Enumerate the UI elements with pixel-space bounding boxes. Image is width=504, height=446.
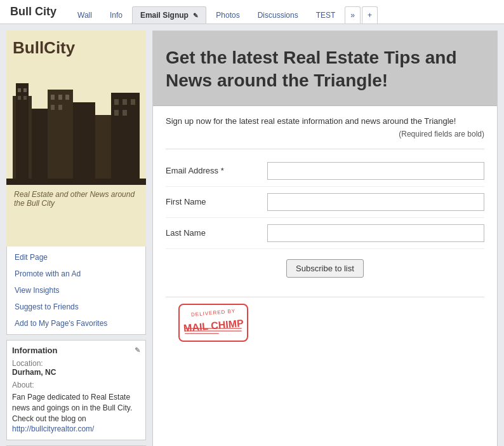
form-description: Sign up now for the latest real estate i…: [166, 116, 484, 126]
mailchimp-lines: [185, 327, 242, 335]
required-note: (Required fields are bold): [166, 130, 484, 139]
view-insights-link[interactable]: View Insights: [7, 282, 145, 299]
firstname-label: First Name: [166, 197, 267, 206]
city-illustration: [6, 58, 146, 185]
signup-title: Get the latest Real Estate Tips and News…: [166, 46, 484, 93]
location-label: Location:: [12, 359, 140, 368]
content-area: BullCity: [0, 24, 504, 446]
svg-rect-20: [114, 110, 119, 116]
edit-tab-icon: ✎: [193, 12, 198, 19]
about-label: About:: [12, 381, 140, 389]
about-text: Fan Page dedicated to Real Estate news a…: [12, 392, 140, 435]
svg-rect-10: [58, 95, 62, 100]
sidebar: BullCity: [6, 30, 146, 446]
tab-more[interactable]: »: [345, 6, 361, 24]
page-wrapper: Bull City Wall Info Email Signup ✎ Photo…: [0, 0, 504, 446]
svg-rect-17: [114, 99, 119, 105]
svg-rect-6: [23, 96, 27, 100]
page-header: Bull City Wall Info Email Signup ✎ Photo…: [0, 0, 504, 24]
mailchimp-line-1: [185, 328, 242, 329]
form-area: Sign up now for the latest real estate i…: [153, 106, 497, 365]
profile-image-content: BullCity: [6, 30, 146, 247]
location-value: Durham, NC: [12, 368, 140, 377]
firstname-input[interactable]: [267, 193, 484, 211]
svg-rect-16: [111, 93, 140, 185]
tab-discussions[interactable]: Discussions: [249, 6, 307, 24]
svg-rect-19: [131, 99, 135, 105]
add-favorites-link[interactable]: Add to My Page's Favorites: [7, 315, 145, 332]
firstname-row: First Name: [166, 187, 484, 218]
edit-page-link[interactable]: Edit Page: [7, 249, 145, 266]
svg-rect-7: [32, 109, 48, 185]
tab-photos[interactable]: Photos: [208, 6, 248, 24]
tab-info[interactable]: Info: [102, 6, 131, 24]
subscribe-button[interactable]: Subscribe to list: [286, 259, 364, 278]
svg-rect-4: [23, 88, 27, 92]
svg-rect-18: [123, 99, 127, 105]
svg-rect-21: [123, 110, 127, 116]
svg-rect-9: [51, 95, 55, 100]
svg-rect-12: [51, 105, 55, 110]
profile-image-box: BullCity: [6, 30, 146, 247]
svg-rect-8: [48, 90, 73, 185]
svg-rect-15: [95, 115, 111, 185]
form-divider-2: [166, 297, 484, 297]
action-links: Edit Page Promote with an Ad View Insigh…: [6, 247, 146, 335]
mailchimp-delivered-by: DELIVERED BY: [191, 308, 236, 318]
svg-rect-13: [58, 105, 62, 110]
tab-test[interactable]: TEST: [308, 6, 344, 24]
mailchimp-line-2: [185, 330, 242, 332]
brand-logo: BullCity: [6, 30, 146, 58]
svg-rect-22: [6, 179, 146, 185]
promote-link[interactable]: Promote with an Ad: [7, 266, 145, 282]
tab-email-signup[interactable]: Email Signup ✎: [132, 6, 206, 24]
info-section-header: Information ✎: [12, 346, 140, 355]
form-divider: [166, 149, 484, 149]
about-link[interactable]: http://bullcityrealtor.com/: [12, 424, 94, 433]
tab-plus[interactable]: +: [362, 6, 378, 24]
lastname-input[interactable]: [267, 224, 484, 242]
lastname-label: Last Name: [166, 228, 267, 238]
email-input[interactable]: [267, 162, 484, 180]
lastname-row: Last Name: [166, 218, 484, 249]
tabs-nav: Wall Info Email Signup ✎ Photos Discussi…: [69, 6, 494, 24]
brand-tagline: Real Estate and other News around the Bu…: [6, 185, 146, 213]
email-row: Email Address *: [166, 156, 484, 187]
suggest-link[interactable]: Suggest to Friends: [7, 299, 145, 315]
tab-wall[interactable]: Wall: [69, 6, 100, 24]
subscribe-btn-row: Subscribe to list: [166, 249, 484, 290]
page-title: Bull City: [10, 5, 56, 24]
svg-rect-14: [73, 102, 95, 185]
signup-header: Get the latest Real Estate Tips and News…: [153, 31, 497, 106]
svg-rect-11: [65, 95, 69, 100]
info-edit-icon[interactable]: ✎: [135, 346, 140, 355]
svg-rect-3: [18, 88, 21, 92]
email-label: Email Address *: [166, 166, 267, 175]
svg-rect-5: [18, 96, 21, 100]
info-section-title: Information: [12, 346, 58, 355]
main-content: Get the latest Real Estate Tips and News…: [152, 30, 498, 446]
mailchimp-line-3: [185, 333, 219, 334]
mailchimp-badge: DELIVERED BY MAIL CHIMP: [178, 304, 248, 342]
info-section: Information ✎ Location: Durham, NC About…: [6, 340, 146, 440]
